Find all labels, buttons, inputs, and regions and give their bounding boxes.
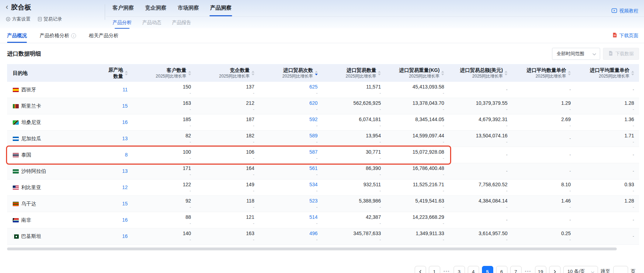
page-number-button[interactable]: 7 [510,266,522,273]
country-name: 尼加拉瓜 [21,136,41,142]
column-header[interactable]: 进口平均数量单价2025同比增长率 [512,64,576,82]
origin-count-link[interactable]: 15 [122,200,128,207]
main-tab[interactable]: 竞企洞察 [145,5,166,16]
time-range-select[interactable]: 全部时间范围 [552,48,600,60]
origin-count-link[interactable]: 12 [122,184,128,191]
cell-value: 14,223,668.29 [413,214,444,221]
page-number-button[interactable]: 19 [535,266,546,273]
page-ellipsis[interactable]: ••• [443,269,451,273]
trade-records-button[interactable]: 贸易记录 [38,16,62,22]
info-icon[interactable]: i [71,33,76,38]
nav2-item[interactable]: 产品概况 [7,28,27,43]
main-tab[interactable]: 客户洞察 [113,5,134,16]
column-header[interactable]: 进口贸易总额(美元)2025同比增长率 [449,64,512,82]
value-cell: 5,419,541.63- [386,196,449,212]
download-data-button[interactable]: 下载数据 [603,48,639,60]
column-header[interactable]: 原产地数量 [69,64,133,82]
trade-count-link[interactable]: 620 [309,100,317,107]
growth-rate-value: - [443,155,444,161]
origin-count-link[interactable]: 16 [122,217,128,223]
sort-carets-icon[interactable] [568,71,571,75]
sort-carets-icon[interactable] [315,71,318,75]
growth-rate-value: - [253,155,254,161]
page-number-button[interactable]: 6 [496,266,507,273]
origin-count-link[interactable]: 13 [122,135,128,142]
video-tutorial-link[interactable]: 视频教程 [611,8,638,14]
growth-rate-value: - [190,107,191,113]
import-data-table: 目的地原产地数量客户数量2025同比增长率竞企数量2025同比增长率进口贸易次数… [7,64,639,250]
sub-tab[interactable]: 产品分析 [113,19,132,29]
origin-count-link[interactable]: 11 [122,86,128,93]
page-number-button[interactable]: 4 [468,266,479,273]
trade-count-link[interactable]: 589 [309,132,317,139]
prev-page-button[interactable] [415,266,426,273]
table-row: 泰国8100-106-587-30,771-15,072,928.08---- [7,147,639,163]
trade-count-link[interactable]: 587 [309,149,317,155]
growth-rate-value: - [443,123,444,129]
origin-count-link[interactable]: 15 [122,103,128,109]
trade-count-link[interactable]: 523 [309,198,317,204]
growth-rate-value: - [190,221,191,227]
column-header[interactable]: 客户数量2025同比增长率 [133,64,196,82]
sort-carets-icon[interactable] [188,71,191,75]
sort-carets-icon[interactable] [252,71,254,75]
growth-rate-value: - [443,237,444,243]
trade-count-link[interactable]: 561 [309,165,317,172]
main-tab[interactable]: 产品洞察 [210,5,231,16]
growth-rate-value: - [633,123,634,129]
growth-rate-label: 2025同比增长率 [156,73,186,79]
origin-count-link[interactable]: 16 [122,119,128,126]
plan-settings-button[interactable]: 方案设置 [6,16,30,22]
sub-tab[interactable]: 产品动态 [142,19,161,29]
page-size-select[interactable]: 10 条/页 [563,266,598,273]
origin-count-link[interactable]: 8 [125,152,128,158]
trade-count-link[interactable]: 625 [309,84,317,90]
nav2-item[interactable]: 产品价格分析i [40,28,76,43]
plan-settings-label: 方案设置 [12,16,30,22]
origin-count-link[interactable]: 13 [122,168,128,175]
column-label-block: 竞企数量2025同比增长率 [219,67,250,79]
trade-count-link[interactable]: 534 [309,181,317,188]
page-number-button[interactable]: 5 [482,266,493,273]
column-label-block: 进口贸易总额(美元)2025同比增长率 [460,67,503,79]
origin-count-cell: 16 [69,228,133,244]
sort-carets-icon[interactable] [441,71,444,75]
sort-asc-icon [568,71,571,73]
empty-value-dash: - [633,217,634,223]
column-header[interactable]: 进口平均重量单价2025同比增长率 [576,64,639,82]
sub-tab[interactable]: 产品报告 [172,19,191,29]
trade-count-link[interactable]: 496 [309,230,317,237]
cell-value: 1.28 [625,198,634,204]
column-header[interactable]: 进口贸易重量(KG)2025同比增长率 [386,64,449,82]
jump-page-input[interactable] [613,266,628,273]
next-page-button[interactable] [549,266,560,273]
scrollbar-thumb[interactable] [7,248,617,250]
sort-carets-icon[interactable] [505,71,507,75]
page-ellipsis[interactable]: ••• [524,269,532,273]
column-header[interactable]: 进口贸易数量2025同比增长率 [323,64,386,82]
back-button[interactable]: ‹ [6,3,8,11]
growth-rate-value: - [316,237,318,243]
column-label: 进口贸易总额(美元) [460,67,503,73]
growth-rate-value: - [316,204,318,210]
growth-rate-value: - [316,221,318,227]
cell-value: 4,384,084.14 [478,198,507,204]
page-number-button[interactable]: 3 [454,266,465,273]
sort-asc-icon [441,71,444,73]
origin-count-link[interactable]: 16 [122,233,128,240]
sort-carets-icon[interactable] [378,71,381,75]
sort-carets-icon[interactable] [125,71,128,75]
horizontal-scrollbar[interactable] [7,248,639,250]
download-page-link[interactable]: 下载页面 [612,32,638,39]
main-tab[interactable]: 市场洞察 [178,5,199,16]
page-number-button[interactable]: 1 [429,266,440,273]
nav2-item[interactable]: 相关产品分析 [89,28,119,43]
value-cell: 1.28- [576,98,639,114]
jump-prefix-label: 跳至 [601,268,610,273]
column-header[interactable]: 进口贸易次数2025同比增长率 [259,64,323,82]
trade-count-link[interactable]: 592 [309,116,317,123]
sort-carets-icon[interactable] [631,71,634,75]
column-label-block: 客户数量2025同比增长率 [156,67,186,79]
column-header[interactable]: 竞企数量2025同比增长率 [196,64,259,82]
trade-count-link[interactable]: 514 [309,214,317,221]
